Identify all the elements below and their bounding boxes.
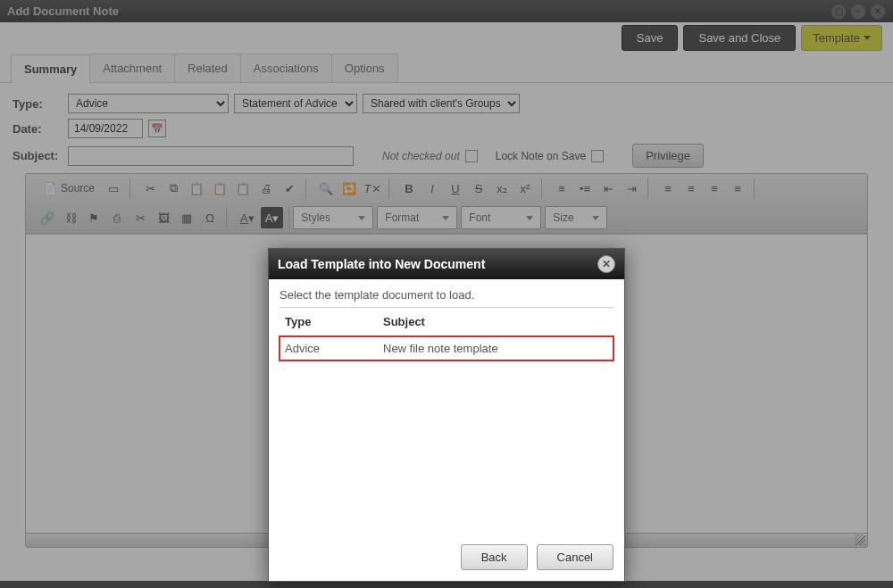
- tab-options[interactable]: Options: [331, 54, 398, 82]
- modal-titlebar: Load Template into New Document ✕: [269, 249, 624, 279]
- tab-associations[interactable]: Associations: [240, 54, 332, 82]
- bold-icon[interactable]: B: [398, 178, 420, 199]
- modal-title-text: Load Template into New Document: [278, 257, 485, 271]
- size-select[interactable]: Size: [545, 206, 607, 229]
- tab-summary[interactable]: Summary: [11, 54, 90, 83]
- table-icon[interactable]: ▦: [176, 207, 197, 228]
- strike-icon[interactable]: S: [468, 178, 489, 199]
- save-close-button[interactable]: Save and Close: [683, 25, 796, 51]
- numbered-list-icon[interactable]: ≡: [551, 178, 572, 199]
- save-button[interactable]: Save: [622, 25, 679, 51]
- tab-attachment[interactable]: Attachment: [89, 54, 175, 82]
- size-label: Size: [553, 211, 573, 224]
- calendar-icon[interactable]: 📅: [148, 120, 166, 137]
- subject-input[interactable]: [68, 146, 354, 166]
- type-label: Type:: [13, 97, 63, 111]
- window-restore-icon[interactable]: ▢: [830, 4, 847, 20]
- resize-grip-icon[interactable]: [855, 534, 865, 545]
- find-icon[interactable]: 🔍: [315, 178, 337, 199]
- unlink-icon[interactable]: ⛓: [60, 207, 81, 228]
- italic-icon[interactable]: I: [421, 178, 443, 199]
- cut-icon[interactable]: ✂: [139, 178, 161, 199]
- bgcolor-icon[interactable]: A▾: [261, 207, 284, 228]
- replace-icon[interactable]: 🔁: [338, 178, 360, 199]
- font-select[interactable]: Font: [461, 206, 541, 229]
- underline-icon[interactable]: U: [445, 178, 466, 199]
- paste-text-icon[interactable]: 📋: [209, 178, 230, 199]
- back-button[interactable]: Back: [461, 544, 528, 570]
- styles-label: Styles: [301, 211, 330, 224]
- date-label: Date:: [13, 122, 63, 136]
- newpage-icon[interactable]: ▭: [103, 178, 124, 199]
- flag-icon[interactable]: ⚑: [83, 207, 104, 228]
- spellcheck-icon[interactable]: ✔: [279, 178, 300, 199]
- modal-instruction: Select the template document to load.: [280, 288, 613, 302]
- format-label: Format: [385, 211, 419, 224]
- lock-label: Lock Note on Save: [496, 150, 586, 162]
- type-select-2[interactable]: Statement of Advice: [234, 94, 357, 113]
- omega-icon[interactable]: Ω: [199, 207, 221, 228]
- type-select[interactable]: Advice: [68, 94, 229, 113]
- template-dropdown-button[interactable]: Template: [801, 25, 882, 51]
- styles-select[interactable]: Styles: [293, 206, 373, 229]
- chevron-down-icon: [864, 36, 871, 40]
- template-grid: Type Subject Advice New file note templa…: [280, 307, 613, 530]
- cut2-icon[interactable]: ✂: [129, 207, 151, 228]
- template-row-type: Advice: [280, 336, 378, 361]
- template-row-subject: New file note template: [378, 336, 613, 361]
- col-type-header: Type: [280, 308, 378, 336]
- cancel-button[interactable]: Cancel: [537, 544, 613, 570]
- subscript-icon[interactable]: x₂: [491, 178, 513, 199]
- editor-toolbar: 📄Source ▭ ✂ ⧉ 📋 📋 📋 🖨 ✔ 🔍 🔁 T⨯ B I U: [26, 174, 867, 234]
- outdent-icon[interactable]: ⇤: [597, 178, 619, 199]
- template-button-label: Template: [813, 31, 860, 45]
- subject-label: Subject:: [13, 149, 63, 162]
- font-label: Font: [469, 211, 490, 224]
- indent-icon[interactable]: ⇥: [621, 178, 642, 199]
- align-left-icon[interactable]: ≡: [657, 178, 679, 199]
- modal-close-button[interactable]: ✕: [597, 255, 615, 273]
- paste-icon[interactable]: 📋: [186, 178, 207, 199]
- align-center-icon[interactable]: ≡: [680, 178, 702, 199]
- bottom-strip: [0, 581, 893, 588]
- checked-out-checkbox[interactable]: [465, 150, 478, 162]
- link-icon[interactable]: 🔗: [37, 207, 58, 228]
- load-template-modal: Load Template into New Document ✕ Select…: [268, 248, 625, 582]
- date-input[interactable]: [68, 119, 143, 138]
- anchor-icon[interactable]: ⎙: [106, 207, 128, 228]
- textcolor-icon[interactable]: A▾: [236, 207, 259, 228]
- copy-icon[interactable]: ⧉: [163, 178, 184, 199]
- col-subject-header: Subject: [378, 308, 613, 336]
- window-titlebar: Add Document Note ▢ – ✕: [0, 0, 893, 22]
- bullet-list-icon[interactable]: •≡: [574, 178, 596, 199]
- source-label: Source: [61, 182, 95, 195]
- format-select[interactable]: Format: [377, 206, 457, 229]
- paste-word-icon[interactable]: 📋: [232, 178, 254, 199]
- align-justify-icon[interactable]: ≡: [727, 178, 748, 199]
- image-icon[interactable]: 🖼: [153, 207, 174, 228]
- print-icon[interactable]: 🖨: [255, 178, 277, 199]
- tab-related[interactable]: Related: [174, 54, 241, 82]
- privilege-button[interactable]: Privilege: [632, 144, 704, 168]
- window-minimize-icon[interactable]: –: [850, 4, 866, 20]
- tabstrip: Summary Attachment Related Associations …: [0, 54, 893, 83]
- template-row[interactable]: Advice New file note template: [280, 336, 613, 361]
- source-button[interactable]: 📄Source: [37, 178, 101, 199]
- window-title: Add Document Note: [7, 4, 119, 18]
- align-right-icon[interactable]: ≡: [704, 178, 725, 199]
- window-close-icon[interactable]: ✕: [870, 4, 886, 20]
- lock-checkbox[interactable]: [591, 150, 604, 162]
- superscript-icon[interactable]: x²: [514, 178, 536, 199]
- action-bar: Save Save and Close Template: [0, 22, 893, 54]
- type-select-3[interactable]: Shared with client's Groups: [363, 94, 520, 113]
- remove-format-icon[interactable]: T⨯: [362, 178, 383, 199]
- checked-out-status: Not checked out: [382, 150, 460, 162]
